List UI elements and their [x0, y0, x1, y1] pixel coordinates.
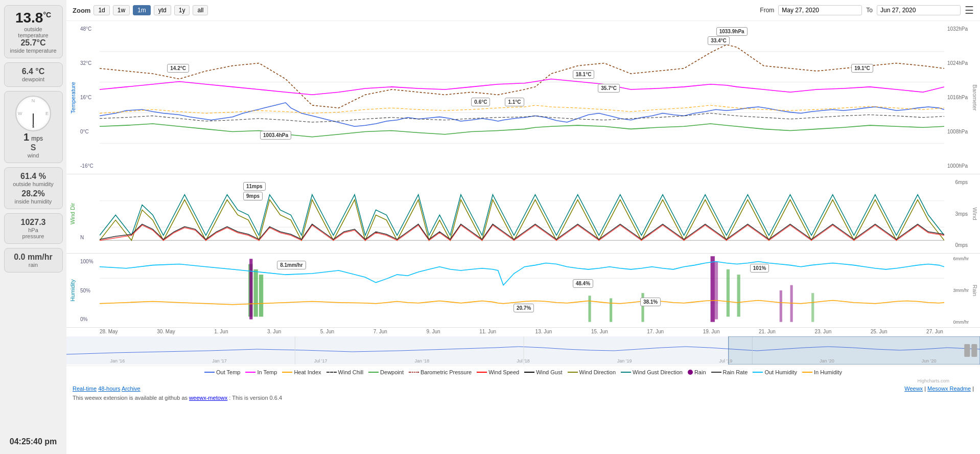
humidity-y-label-container: Humidity: [66, 254, 79, 327]
zoom-1d-button[interactable]: 1d: [94, 5, 109, 15]
legend-wind-chill[interactable]: Wind Chill: [326, 369, 364, 375]
wind-dir-y-label: Wind Dir: [70, 203, 76, 224]
footer-text: This weewx extension is available at git…: [66, 394, 980, 402]
legend-in-temp[interactable]: In Temp: [245, 369, 277, 375]
dewpoint-widget: 6.4 °C dewpoint: [4, 62, 63, 87]
weewx-link[interactable]: Weewx: [904, 385, 923, 392]
legend-out-humidity-label: Out Humidity: [764, 369, 797, 375]
legend-heat-index-label: Heat Index: [294, 369, 321, 375]
legend-dewpoint[interactable]: Dewpoint: [368, 369, 404, 375]
zoom-1w-button[interactable]: 1w: [113, 5, 130, 15]
outside-temp-label: outside temperature: [10, 26, 57, 38]
rain-y-label-container: Rain: [970, 254, 980, 327]
wind-unit: mps: [31, 135, 43, 142]
wind-label: wind: [10, 152, 57, 158]
zoom-1m-button[interactable]: 1m: [133, 5, 151, 15]
menu-icon[interactable]: ☰: [965, 4, 974, 16]
legend-in-humidity[interactable]: In Humidity: [802, 369, 842, 375]
svg-rect-18: [727, 269, 730, 317]
humidity-chart-panel: Humidity 100% 50% 0%: [66, 254, 980, 328]
legend-wind-dir-label: Wind Direction: [579, 369, 616, 375]
zoom-ytd-button[interactable]: ytd: [154, 5, 171, 15]
wind-y-label: Wind: [972, 207, 978, 220]
inside-temp-label: inside temperature: [10, 48, 57, 54]
barometer-y-label-container: Barometer: [970, 21, 980, 174]
mesowx-link[interactable]: Mesowx Readme: [927, 385, 971, 392]
legend-dewpoint-line: [368, 372, 379, 373]
inside-temp-value: 25.7°C: [10, 38, 57, 48]
temperature-chart-svg: [100, 21, 944, 174]
zoom-1y-button[interactable]: 1y: [174, 5, 190, 15]
legend-wind-dir-line: [568, 372, 578, 373]
48hours-link[interactable]: 48-hours: [98, 385, 120, 392]
zoom-all-button[interactable]: all: [193, 5, 208, 15]
realtime-link[interactable]: Real-time: [73, 385, 97, 392]
archive-link[interactable]: Archive: [122, 385, 141, 392]
inside-humidity-label: inside humidity: [10, 198, 57, 205]
temperature-y-axis: 48°C 32°C 16°C 0°C -16°C: [79, 21, 100, 174]
legend-barometric-pressure[interactable]: Barometric Pressure: [409, 369, 472, 375]
temperature-chart-panel: Temperature 48°C 32°C 16°C 0°C -16°C: [66, 21, 980, 174]
temperature-y-label: Temperature: [70, 82, 76, 114]
legend-baro-label: Barometric Pressure: [421, 369, 472, 375]
legend-rain-label: Rain: [694, 369, 706, 375]
outside-humidity-value: 61.4 %: [10, 172, 57, 181]
outside-temp-number: 13.8: [15, 10, 43, 26]
clock-display: 04:25:40 pm: [7, 435, 60, 449]
legend-wind-chill-label: Wind Chill: [338, 369, 364, 375]
legend-wind-gust-direction[interactable]: Wind Gust Direction: [621, 369, 683, 375]
from-label: From: [760, 7, 774, 14]
wind-chart-inner: 11mps 9mps: [100, 174, 944, 253]
inside-humidity-value: 28.2%: [10, 189, 57, 198]
svg-rect-17: [641, 293, 644, 322]
legend-out-temp[interactable]: Out Temp: [204, 369, 241, 375]
dewpoint-value: 6.4 °C: [10, 67, 57, 76]
legend-wind-gust-line: [524, 372, 534, 373]
legend-wind-gust-dir-line: [621, 372, 631, 373]
legend-out-humidity[interactable]: Out Humidity: [753, 369, 797, 375]
humidity-y-label: Humidity: [70, 280, 76, 302]
svg-rect-12: [249, 259, 252, 319]
svg-rect-22: [811, 293, 814, 322]
svg-rect-10: [253, 269, 258, 317]
temperature-y-label-container: Temperature: [66, 21, 79, 174]
outside-humidity-label: outside humidity: [10, 181, 57, 187]
bottom-left-links: Real-time 48-hours Archive: [73, 385, 141, 392]
legend-in-humidity-line: [802, 372, 812, 373]
legend-rain[interactable]: Rain: [688, 369, 706, 375]
legend-wind-gust[interactable]: Wind Gust: [524, 369, 562, 375]
legend-out-temp-label: Out Temp: [216, 369, 241, 375]
to-date-input[interactable]: [877, 5, 961, 15]
barometer-y-label: Barometer: [972, 84, 978, 110]
outside-temp-widget: 13.8°C outside temperature 25.7°C inside…: [4, 5, 63, 58]
wind-speed-value: 1: [24, 131, 29, 143]
svg-rect-14: [715, 261, 718, 319]
highcharts-credit: Highcharts.com: [66, 378, 980, 383]
pressure-unit: hPa: [10, 227, 57, 233]
legend-rain-rate[interactable]: Rain Rate: [711, 369, 748, 375]
legend-rain-rate-label: Rain Rate: [723, 369, 748, 375]
legend-heat-index[interactable]: Heat Index: [282, 369, 321, 375]
legend-wind-gust-dir-label: Wind Gust Direction: [633, 369, 683, 375]
rain-value: 0.0 mm/hr: [10, 253, 57, 262]
legend-wind-direction[interactable]: Wind Direction: [568, 369, 616, 375]
from-date-input[interactable]: [778, 5, 862, 15]
legend-wind-speed[interactable]: Wind Speed: [477, 369, 519, 375]
legend-rain-rate-line: [711, 372, 721, 373]
legend-dewpoint-label: Dewpoint: [380, 369, 404, 375]
wind-dir-y-label-container: Wind Dir: [66, 174, 79, 253]
outside-temp-value: 13.8°C: [10, 10, 57, 26]
chart-area: Zoom 1d 1w 1m ytd 1y all From To ☰: [66, 0, 980, 454]
navigator-x-labels: Jan '16 Jan '17 Jul '17 Jan '18 Jul '18 …: [66, 358, 980, 364]
toolbar: Zoom 1d 1w 1m ytd 1y all From To ☰: [66, 0, 980, 21]
wind-y-label-container: Wind: [970, 174, 980, 253]
outside-temp-unit: °C: [43, 11, 51, 19]
pressure-value: 1027.3: [10, 218, 57, 227]
x-axis-labels: 28. May 30. May 1. Jun 3. Jun 5. Jun 7. …: [100, 328, 943, 335]
humidity-chart-inner: 8.1mm/hr 20.7% 48.4% 38.1% 101%: [100, 254, 944, 327]
weewx-metowx-link[interactable]: weewx-metowx: [189, 395, 227, 401]
legend-wind-speed-line: [477, 372, 487, 373]
zoom-label: Zoom: [73, 7, 90, 14]
humidity-y-axis: 100% 50% 0%: [79, 254, 100, 327]
date-range-controls: From To ☰: [760, 4, 974, 16]
